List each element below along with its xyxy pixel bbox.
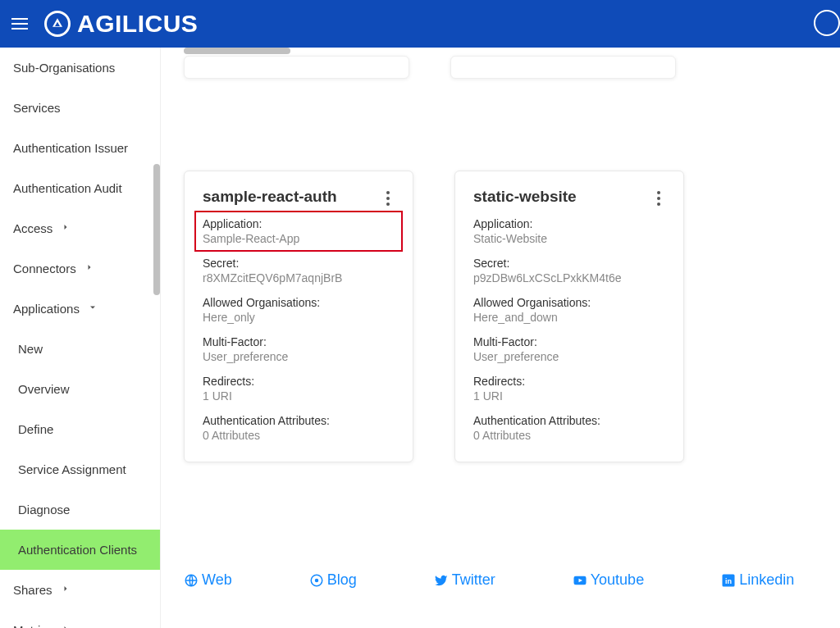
sidebar-item-service-assignment[interactable]: Service Assignment [0,449,160,489]
chevron-down-icon [88,303,98,315]
sidebar-item-label: Authentication Audit [13,181,122,195]
footer-link-twitter[interactable]: Twitter [434,571,495,589]
hamburger-menu-icon[interactable] [11,14,31,34]
sidebar-item-label: New [18,342,43,356]
brand[interactable]: AGILICUS [44,10,198,38]
field-value-allowed-orgs: Here_only [203,311,395,324]
footer-link-label: Blog [327,571,357,589]
field-label-application: Application: [473,217,665,230]
youtube-icon [573,573,587,588]
field-label-auth-attrs: Authentication Attributes: [473,414,665,427]
field-value-secret: r8XMZcitEQV6pM7aqnjBrB [203,271,395,284]
svg-text:in: in [725,576,732,585]
field-value-redirects: 1 URI [203,389,395,403]
horizontal-scrollbar[interactable] [184,48,290,54]
card-placeholder [450,56,676,79]
sidebar-item-label: Authentication Clients [18,543,137,557]
agilicus-logo-icon [44,11,71,37]
field-value-auth-attrs: 0 Attributes [203,429,395,442]
sidebar-item-label: Sub-Organisations [13,61,115,75]
sidebar-item-diagnose[interactable]: Diagnose [0,489,160,530]
topbar: AGILICUS [0,0,840,48]
sidebar-item-authentication-issuer[interactable]: Authentication Issuer [0,128,160,168]
sidebar-item-label: Define [18,422,53,436]
card-placeholder [184,56,409,79]
field-value-allowed-orgs: Here_and_down [473,311,665,324]
footer-link-youtube[interactable]: Youtube [573,571,644,589]
svg-point-2 [314,578,318,582]
field-label-redirects: Redirects: [203,375,395,388]
field-label-secret: Secret: [473,257,665,270]
sidebar-item-metrics[interactable]: Metrics [0,610,160,628]
field-value-secret: p9zDBw6LxCScLPxkKM4t6e [473,271,665,284]
chevron-right-icon [84,262,94,275]
sidebar-item-authentication-clients[interactable]: Authentication Clients [0,530,160,570]
footer-link-web[interactable]: Web [184,571,232,589]
sidebar: Sub-Organisations Services Authenticatio… [0,48,161,628]
sidebar-item-label: Service Assignment [18,462,126,476]
sidebar-item-label: Authentication Issuer [13,141,128,155]
sidebar-item-label: Shares [13,583,52,597]
sidebar-scrollbar[interactable] [153,48,160,628]
main-content: sample-react-auth Application: Sample-Re… [161,48,840,628]
twitter-icon [434,573,449,588]
linkedin-icon: in [721,573,736,588]
field-label-secret: Secret: [203,257,395,270]
auth-client-card: sample-react-auth Application: Sample-Re… [184,171,413,462]
field-label-mfa: Multi-Factor: [473,335,665,348]
card-title: static-website [473,188,577,206]
field-value-auth-attrs: 0 Attributes [473,429,665,442]
sidebar-item-access[interactable]: Access [0,208,160,248]
sidebar-item-label: Connectors [13,262,76,275]
avatar[interactable] [814,10,840,36]
field-label-allowed-orgs: Allowed Organisations: [203,296,395,309]
field-label-auth-attrs: Authentication Attributes: [203,414,395,427]
field-value-application: Sample-React-App [203,232,395,245]
sidebar-item-services[interactable]: Services [0,88,160,128]
sidebar-item-label: Diagnose [18,503,70,517]
field-label-redirects: Redirects: [473,375,665,388]
sidebar-item-overview[interactable]: Overview [0,369,160,409]
chevron-right-icon [61,584,71,596]
more-menu-icon[interactable] [381,188,395,206]
sidebar-item-define[interactable]: Define [0,409,160,449]
footer-link-label: Linkedin [739,571,794,589]
sidebar-item-label: Overview [18,382,70,396]
field-value-mfa: User_preference [203,350,395,363]
footer-link-blog[interactable]: Blog [309,571,357,589]
sidebar-item-label: Metrics [13,623,52,628]
sidebar-item-shares[interactable]: Shares [0,570,160,610]
sidebar-item-label: Services [13,101,61,115]
field-label-mfa: Multi-Factor: [203,335,395,348]
blog-icon [309,573,324,588]
sidebar-item-new[interactable]: New [0,329,160,369]
sidebar-item-label: Access [13,221,52,235]
sidebar-item-authentication-audit[interactable]: Authentication Audit [0,168,160,208]
field-label-application: Application: [203,217,395,230]
footer-link-label: Web [202,571,232,589]
more-menu-icon[interactable] [652,188,665,206]
web-icon [184,573,199,588]
field-value-mfa: User_preference [473,350,665,363]
brand-text: AGILICUS [77,10,198,38]
highlighted-field-box: Application: Sample-React-App [194,211,403,252]
chevron-right-icon [61,222,71,234]
footer-link-label: Youtube [591,571,644,589]
field-label-allowed-orgs: Allowed Organisations: [473,296,665,309]
sidebar-item-sub-organisations[interactable]: Sub-Organisations [0,48,160,88]
sidebar-item-applications[interactable]: Applications [0,289,160,329]
field-value-application: Static-Website [473,232,665,245]
auth-client-card: static-website Application: Static-Websi… [454,171,684,462]
chevron-right-icon [61,624,71,628]
footer-link-linkedin[interactable]: in Linkedin [721,571,794,589]
footer-link-label: Twitter [452,571,495,589]
footer-links: Web Blog Twitter Youtube in Linkedin [184,571,840,589]
field-value-redirects: 1 URI [473,389,665,403]
sidebar-item-label: Applications [13,302,80,316]
card-title: sample-react-auth [203,188,337,206]
sidebar-item-connectors[interactable]: Connectors [0,248,160,289]
